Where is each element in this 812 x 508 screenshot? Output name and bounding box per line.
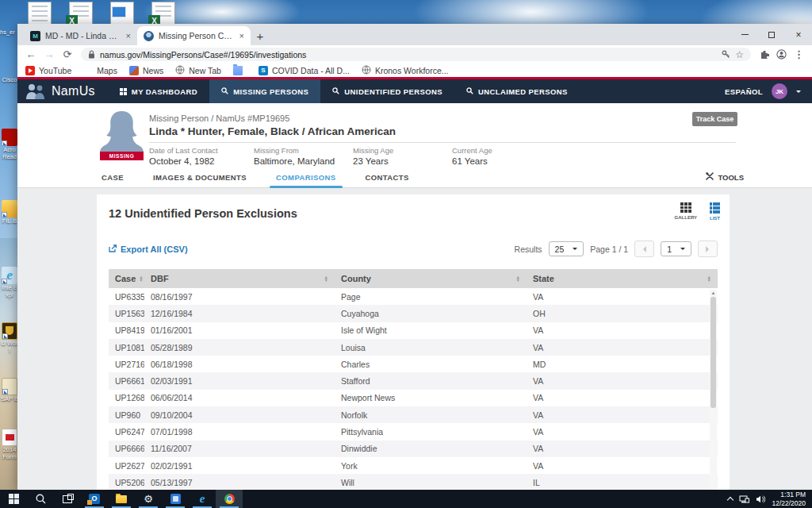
desktop-icon-document[interactable]	[28, 2, 52, 25]
browser-menu-icon[interactable]: ⋮	[791, 48, 806, 60]
sort-icon[interactable]: ▲▼	[516, 275, 520, 283]
tab-comparisons[interactable]: COMPARISONS	[276, 167, 335, 187]
nav-unclaimed-persons[interactable]: UNCLAIMED PERSONS	[454, 79, 580, 103]
refresh-icon[interactable]: ⟳	[59, 48, 75, 60]
table-cell: 05/28/1989	[144, 339, 335, 356]
desktop-icon-ups-worldship[interactable]: U Worl	[1, 322, 18, 354]
table-row[interactable]: UP624707/01/1998PittsylvaniaVA	[109, 423, 718, 440]
table-row[interactable]: UP96009/10/2004NorfolkVA	[109, 406, 718, 423]
previous-page-button[interactable]	[634, 241, 654, 257]
taskbar-clock[interactable]: 1:31 PM 12/22/2020	[772, 491, 806, 507]
taskbar-blue-app[interactable]	[162, 490, 189, 508]
tab-images-documents[interactable]: IMAGES & DOCUMENTS	[153, 167, 247, 187]
table-row[interactable]: UP666611/16/2007DinwiddieVA	[109, 441, 718, 457]
bookmark-youtube[interactable]: YouTube	[25, 66, 71, 75]
desktop-icon-image-file[interactable]	[110, 2, 134, 25]
new-tab-button[interactable]: +	[251, 26, 270, 45]
tab-close-icon[interactable]: ×	[126, 31, 131, 40]
table-row[interactable]: UP520605/13/1997WillIL	[109, 474, 718, 490]
task-view-button[interactable]	[54, 490, 81, 508]
table-row[interactable]: UP1081205/28/1989LouisaVA	[109, 339, 718, 356]
sort-icon[interactable]: ▲▼	[139, 275, 143, 283]
tab-case[interactable]: CASE	[102, 167, 124, 187]
browser-tab-md[interactable]: M MD - MD - Linda Hunter, 22, Balt ×	[24, 26, 137, 45]
chevron-down-icon[interactable]	[796, 90, 801, 95]
scrollbar-up-arrow[interactable]: ▲	[710, 290, 717, 296]
tab-contacts[interactable]: CONTACTS	[366, 167, 409, 187]
table-row[interactable]: UP1268306/06/2014Newport NewsVA	[109, 390, 718, 406]
table-row[interactable]: UP841901/16/2001Isle of WightVA	[109, 322, 718, 339]
taskbar-internet-explorer[interactable]: e	[189, 490, 216, 508]
desktop-icon-folder[interactable]: FIL-B	[1, 200, 18, 225]
next-page-button[interactable]	[698, 241, 718, 257]
browser-tab-missing-person-case[interactable]: Missing Person Case ×	[137, 26, 251, 45]
nav-missing-persons[interactable]: MISSING PERSONS	[209, 79, 320, 103]
forward-icon[interactable]: →	[41, 48, 57, 60]
column-header-dbf[interactable]: DBF▲▼	[144, 269, 335, 288]
browser-toolbar: ← → ⟳ namus.gov/MissingPersons/Case#/196…	[17, 45, 812, 64]
list-view-button[interactable]: LIST	[710, 202, 720, 221]
taskbar-search-button[interactable]	[27, 490, 54, 508]
bookmark-star-icon[interactable]: ☆	[735, 49, 744, 60]
espanol-link[interactable]: ESPAÑOL	[725, 87, 763, 96]
desktop-icon-excel-file[interactable]: X	[151, 2, 175, 25]
exclusions-card: 12 Unidentified Person Exclusions GALLER…	[97, 194, 730, 490]
extensions-puzzle-icon[interactable]	[756, 50, 772, 60]
export-all-csv-link[interactable]: Export All (CSV)	[109, 244, 188, 254]
namus-logo[interactable]: NamUs	[17, 79, 108, 103]
column-header-county[interactable]: County▲▼	[335, 269, 527, 288]
results-per-page-select[interactable]: 25	[549, 241, 584, 256]
gallery-view-button[interactable]: GALLERY	[675, 202, 697, 221]
profile-avatar-icon[interactable]	[774, 49, 789, 60]
desktop-icon-acrobat[interactable]: Acro Read	[1, 129, 18, 160]
nav-my-dashboard[interactable]: MY DASHBOARD	[108, 79, 209, 103]
column-header-case[interactable]: Case▲▼	[109, 269, 144, 288]
bookmark-covid-data[interactable]: S COVID Data - All D...	[259, 66, 350, 75]
minimize-button[interactable]	[731, 24, 758, 45]
table-row[interactable]: UP262702/02/1991YorkVA	[109, 457, 718, 474]
table-cell: UP5206	[109, 474, 144, 490]
key-icon[interactable]	[722, 50, 730, 59]
maximize-button[interactable]	[758, 24, 785, 45]
case-tab-bar: CASE IMAGES & DOCUMENTS COMPARISONS CONT…	[17, 167, 812, 188]
tools-button[interactable]: TOOLS	[706, 167, 744, 187]
table-cell: Page	[335, 288, 527, 305]
close-button[interactable]: ×	[785, 24, 812, 45]
page-select[interactable]: 1	[661, 241, 691, 256]
bookmark-new-tab[interactable]: New Tab	[175, 65, 221, 76]
table-scrollbar[interactable]: ▲	[710, 290, 717, 490]
table-row[interactable]: UP271606/18/1998CharlesMD	[109, 356, 718, 372]
taskbar-file-explorer[interactable]	[108, 490, 135, 508]
bookmark-folder[interactable]	[233, 66, 247, 75]
table-cell: VA	[527, 339, 718, 356]
tray-chevron-up-icon[interactable]	[727, 497, 733, 503]
scrollbar-thumb[interactable]	[710, 297, 716, 408]
column-header-state[interactable]: State▲▼	[527, 269, 718, 288]
sort-icon[interactable]: ▲▼	[707, 275, 711, 283]
table-row[interactable]: UP633508/16/1997PageVA	[109, 288, 718, 305]
address-bar[interactable]: namus.gov/MissingPersons/Case#/19695/inv…	[81, 48, 751, 61]
track-case-button[interactable]: Track Case	[692, 112, 737, 126]
tab-close-icon[interactable]: ×	[239, 31, 244, 40]
bookmark-news[interactable]: News	[129, 66, 163, 75]
user-avatar[interactable]: JK	[772, 83, 787, 99]
taskbar-settings[interactable]: ⚙	[135, 490, 162, 508]
sort-icon[interactable]: ▲▼	[324, 275, 328, 283]
table-row[interactable]: UP666102/03/1991StaffordVA	[109, 372, 718, 389]
sharepoint-icon: S	[259, 66, 268, 75]
taskbar-chrome[interactable]	[216, 490, 243, 508]
network-icon[interactable]	[739, 495, 749, 503]
desktop-icon-excel-file[interactable]: X	[69, 2, 93, 25]
desktop-icon-pdf-form[interactable]: 2014 Form	[1, 429, 18, 460]
bookmark-kronos[interactable]: Kronos Workforce...	[362, 65, 449, 76]
desktop-icon-internet-explorer[interactable]: e Inte Expl	[1, 267, 18, 298]
bookmark-maps[interactable]: Maps	[83, 66, 117, 75]
nav-unidentified-persons[interactable]: UNIDENTIFIED PERSONS	[320, 79, 454, 103]
volume-icon[interactable]	[756, 495, 765, 503]
table-row[interactable]: UP1563612/16/1984CuyahogaOH	[109, 305, 718, 321]
desktop-icon-cisco[interactable]: Cisco	[1, 76, 18, 84]
desktop-icon-sap[interactable]: SAP B	[1, 378, 18, 403]
back-icon[interactable]: ←	[23, 48, 39, 60]
start-button[interactable]	[0, 490, 27, 508]
taskbar-outlook[interactable]: O	[81, 490, 108, 508]
